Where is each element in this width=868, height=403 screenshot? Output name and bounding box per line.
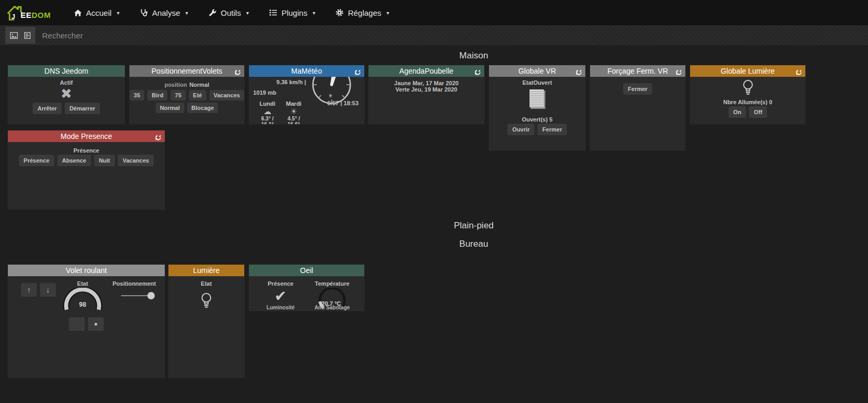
stethoscope-icon xyxy=(139,8,148,17)
vacances-button[interactable]: Vacances xyxy=(118,155,154,166)
widget-title: DNS Jeedom xyxy=(44,67,88,75)
widget-oeil: Oeil Présence ✔ Luminosité Température 2… xyxy=(249,265,364,311)
widget-header: Oeil xyxy=(249,265,364,276)
search-bar xyxy=(0,25,868,45)
widget-positionnement-volets: PositionnementVolets position Normal 35 … xyxy=(129,65,244,124)
volets-preset-35-button[interactable]: 35 xyxy=(129,90,144,100)
top-nav: J EEDOM Accueil ▾ Analyse ▾ Outils ▾ xyxy=(0,0,868,25)
lights-on-count: Nbre Allumée(s) 0 xyxy=(723,99,772,105)
widget-title: Globale Lumière xyxy=(721,67,775,75)
refresh-icon[interactable] xyxy=(234,67,241,75)
wrench-icon xyxy=(208,9,217,17)
volets-state-prefix: position xyxy=(164,82,187,88)
widget-title: Lumière xyxy=(193,266,220,275)
widget-title: MaMétéo xyxy=(291,67,322,75)
list-view-icon[interactable] xyxy=(24,32,31,39)
refresh-icon[interactable] xyxy=(354,67,361,75)
forcage-close-button[interactable]: Fermer xyxy=(623,83,652,95)
volets-normal-button[interactable]: Normal xyxy=(156,103,184,113)
presence-state: Présence xyxy=(74,147,99,154)
dns-start-button[interactable]: Démarrer xyxy=(65,103,100,114)
widget-title: Forçage Ferm. VR xyxy=(607,67,668,75)
nuit-button[interactable]: Nuit xyxy=(94,155,115,166)
sun-icon: ☀ xyxy=(328,93,333,99)
light-bulb-icon[interactable] xyxy=(200,292,213,312)
refresh-icon[interactable] xyxy=(795,67,802,75)
shutter-my-button[interactable] xyxy=(69,317,85,331)
check-icon: ✔ xyxy=(256,287,305,306)
position-slider[interactable] xyxy=(121,292,154,299)
list-icon xyxy=(269,9,278,16)
refresh-icon[interactable] xyxy=(675,67,682,75)
widget-header: Lumière xyxy=(168,265,244,276)
etat-label: Etat xyxy=(201,280,212,287)
refresh-icon[interactable] xyxy=(154,133,162,140)
shutter-up-button[interactable]: ↑ xyxy=(21,283,37,297)
widget-mameteo: MaMétéo 9.36 km/h | 1019 mb ☀ 6:57 | 18:… xyxy=(249,65,364,124)
gear-icon xyxy=(335,8,344,17)
widget-mode-presence: Mode Presence Présence Présence Absence … xyxy=(8,130,165,209)
volets-preset-75-button[interactable]: 75 xyxy=(171,90,185,100)
widget-header: Globale Lumière xyxy=(690,65,805,77)
vr-close-button[interactable]: Fermer xyxy=(537,124,566,135)
light-bulb-icon xyxy=(742,79,754,99)
pressure: 1019 mb xyxy=(253,89,276,96)
shutter-stop-button[interactable]: ■ xyxy=(88,317,104,331)
widget-header: Mode Presence xyxy=(8,130,165,142)
widget-header: PositionnementVolets xyxy=(129,65,244,77)
widget-title: Globale VR xyxy=(518,67,556,75)
sunrise-sunset-times: 6:57 | 18:53 xyxy=(302,100,358,106)
widget-header: MaMétéo xyxy=(249,65,364,77)
widget-title: Mode Presence xyxy=(61,132,112,140)
jeedom-logo[interactable]: J EEDOM xyxy=(5,3,51,22)
shutter-down-button[interactable]: ↓ xyxy=(40,283,56,297)
refresh-icon[interactable] xyxy=(474,67,481,75)
sun-icon: ☀ xyxy=(282,107,306,116)
close-icon: ✖ xyxy=(61,86,72,102)
home-icon xyxy=(74,9,83,17)
caret-down-icon: ▾ xyxy=(117,10,119,16)
widget-volet-roulant: Volet roulant ↑ ↓ Etat 98 Positionnement… xyxy=(8,265,165,378)
forecast-temps: 4.5° / 16.6° xyxy=(282,116,306,124)
agenda-line-verte: Verte Jeu, 19 Mar 2020 xyxy=(368,86,484,93)
roller-shutter-icon xyxy=(528,89,547,114)
widget-dns-jeedom: DNS Jeedom Actif ✖ Arrêter Démarrer xyxy=(8,65,125,124)
vr-open-button[interactable]: Ouvrir xyxy=(507,124,534,135)
widget-lumiere: Lumière Etat xyxy=(168,265,244,378)
volets-blocage-button[interactable]: Blocage xyxy=(187,103,218,113)
presence-button[interactable]: Présence xyxy=(19,155,54,166)
search-input[interactable] xyxy=(42,31,868,40)
widget-header: Globale VR xyxy=(489,65,585,77)
lights-off-button[interactable]: Off xyxy=(749,106,767,118)
absence-button[interactable]: Absence xyxy=(57,155,91,166)
caret-down-icon: ▾ xyxy=(313,10,315,16)
dns-status: Actif xyxy=(60,79,73,86)
vr-state-label: EtatOuvert xyxy=(522,79,552,86)
widget-globale-vr: Globale VR EtatOuvert Ouvert(s) 5 Ouvrir xyxy=(489,65,585,150)
stop-icon: ■ xyxy=(94,321,97,327)
luminosite-label: Luminosité xyxy=(256,305,305,310)
widget-header: Forçage Ferm. VR xyxy=(590,65,685,77)
volets-preset-vacances-button[interactable]: Vacances xyxy=(209,90,244,100)
nav-item-outils[interactable]: Outils ▾ xyxy=(208,8,248,17)
cloud-icon: ☁ xyxy=(255,107,280,116)
forecast-day: Lundi ☁ 6.3° / 16.1° xyxy=(255,100,280,124)
nav-item-plugins[interactable]: Plugins ▾ xyxy=(269,8,315,17)
nav-item-analyse[interactable]: Analyse ▾ xyxy=(139,8,188,17)
section-title-bureau: Bureau xyxy=(0,239,868,249)
nav-item-accueil[interactable]: Accueil ▾ xyxy=(74,8,119,17)
nav-item-reglages[interactable]: Réglages ▾ xyxy=(335,8,389,17)
dns-stop-button[interactable]: Arrêter xyxy=(33,103,62,114)
image-view-icon[interactable] xyxy=(10,32,18,39)
lights-on-button[interactable]: On xyxy=(729,106,746,118)
volets-preset-bird-button[interactable]: Bird xyxy=(147,90,167,100)
widget-header: AgendaPoubelle xyxy=(368,65,484,77)
widget-globale-lumiere: Globale Lumière Nbre Allumée(s) 0 On Off xyxy=(690,65,805,124)
wind-speed: 9.36 km/h | xyxy=(276,79,306,85)
volets-preset-ete-button[interactable]: Eté xyxy=(189,90,206,100)
slider-knob[interactable] xyxy=(147,292,155,299)
refresh-icon[interactable] xyxy=(575,67,582,75)
etat-label: Etat xyxy=(63,280,103,287)
widget-title: Oeil xyxy=(300,266,313,275)
caret-down-icon: ▾ xyxy=(185,10,188,16)
